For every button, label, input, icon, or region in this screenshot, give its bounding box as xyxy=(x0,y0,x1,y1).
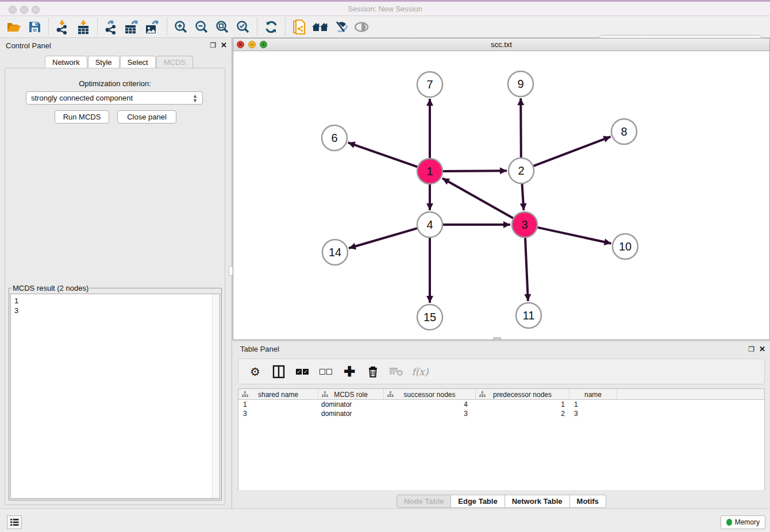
graph-node-label-7: 7 xyxy=(426,78,433,91)
column-header-MCDS-role[interactable]: MCDS role xyxy=(318,389,384,400)
tab-node-table[interactable]: Node Table xyxy=(396,495,451,508)
graph-node-label-8: 8 xyxy=(621,125,627,138)
graph-edge-2-9[interactable] xyxy=(521,98,521,157)
toggle-graphics-details-icon[interactable] xyxy=(330,18,351,36)
table-cell[interactable]: 3 xyxy=(238,409,318,418)
column-header-predecessor-nodes[interactable]: predecessor nodes xyxy=(476,389,569,400)
window-titlebar: Session: New Session xyxy=(0,0,770,16)
table-cell[interactable]: 3 xyxy=(569,409,617,418)
save-session-icon[interactable] xyxy=(24,18,45,36)
list-icon xyxy=(10,518,19,526)
zoom-out-icon[interactable] xyxy=(191,18,212,36)
float-panel-icon[interactable]: ❐ xyxy=(748,345,754,353)
network-window-titlebar[interactable]: ✕ − + scc.txt xyxy=(233,38,769,51)
zoom-selected-icon[interactable] xyxy=(233,18,253,36)
network-canvas-svg[interactable]: 7968124314101511 xyxy=(233,51,769,340)
close-panel-icon[interactable]: ✕ xyxy=(221,41,227,49)
table-row[interactable]: 1dominator411 xyxy=(238,400,764,409)
table-panel: Table Panel ❐ ✕ ⚙ ✓✓ ✚ f(x) xyxy=(233,342,770,508)
graph-node-label-15: 15 xyxy=(424,311,436,323)
toolbar-separator xyxy=(167,18,167,36)
table-cell[interactable]: 1 xyxy=(476,400,569,409)
table-panel-tabs: Node TableEdge TableNetwork TableMotifs xyxy=(233,495,770,508)
apply-layout-refresh-icon[interactable] xyxy=(261,18,282,36)
graph-node-label-6: 6 xyxy=(331,132,337,144)
toolbar-separator xyxy=(97,18,98,36)
result-scrollbar[interactable] xyxy=(212,294,220,498)
import-table-icon[interactable] xyxy=(73,18,94,36)
table-cell[interactable]: 4 xyxy=(384,400,476,409)
status-bar: Memory xyxy=(0,508,770,532)
mcds-result-groupbox: MCDS result (2 nodes) 13 xyxy=(9,284,222,500)
delete-table-icon-disabled xyxy=(389,364,404,379)
tab-select[interactable]: Select xyxy=(120,56,156,68)
criterion-value: strongly connected component xyxy=(31,94,133,102)
export-network-icon[interactable] xyxy=(101,18,122,36)
frame-resize-handle[interactable] xyxy=(493,337,501,340)
graph-edge-3-10[interactable] xyxy=(538,228,611,244)
task-history-button[interactable] xyxy=(7,515,22,529)
mcds-result-textarea[interactable]: 13 xyxy=(10,294,220,499)
table-cell[interactable]: 1 xyxy=(238,400,318,409)
show-column-icon[interactable] xyxy=(271,364,286,379)
import-network-icon[interactable] xyxy=(52,18,73,36)
mcds-result-line: 1 xyxy=(14,296,216,306)
table-cell[interactable]: 3 xyxy=(384,409,476,418)
application-window: Session: New Session xyxy=(0,0,770,532)
memory-button[interactable]: Memory xyxy=(721,515,765,529)
graph-edge-2-8[interactable] xyxy=(534,137,611,166)
criterion-select[interactable]: strongly connected component ▲▼ xyxy=(26,91,203,105)
table-panel-title: Table Panel xyxy=(240,345,279,353)
table-row[interactable]: 3dominator323 xyxy=(238,409,764,418)
control-panel: Control Panel ❐ ✕ NetworkStyleSelectMCDS… xyxy=(0,38,232,508)
graph-node-label-14: 14 xyxy=(329,246,341,259)
tab-motifs[interactable]: Motifs xyxy=(570,495,606,508)
float-panel-icon[interactable]: ❐ xyxy=(210,41,216,49)
home-networks-icon[interactable] xyxy=(310,18,330,36)
zoom-in-icon[interactable] xyxy=(171,18,191,36)
eye-hidden-icon[interactable] xyxy=(351,18,372,36)
table-cell[interactable]: 1 xyxy=(569,400,617,409)
close-panel-icon[interactable]: ✕ xyxy=(759,345,765,353)
column-header-successor-nodes[interactable]: successor nodes xyxy=(384,389,476,400)
table-cell[interactable]: dominator xyxy=(318,400,384,409)
column-header-name[interactable]: name xyxy=(569,389,617,400)
graph-edge-1-2[interactable] xyxy=(443,171,507,171)
graph-edge-3-11[interactable] xyxy=(525,238,528,301)
graph-edge-3-1[interactable] xyxy=(442,178,513,218)
tab-network-table[interactable]: Network Table xyxy=(505,495,570,508)
add-column-icon[interactable]: ✚ xyxy=(342,364,357,379)
graph-edge-1-6[interactable] xyxy=(348,142,418,167)
mcds-result-line: 3 xyxy=(14,306,216,315)
main-toolbar xyxy=(0,16,770,38)
tab-style[interactable]: Style xyxy=(88,56,120,68)
tab-network[interactable]: Network xyxy=(45,56,87,68)
toolbar-separator xyxy=(48,18,49,36)
table-settings-gear-icon[interactable]: ⚙ xyxy=(248,364,263,379)
zoom-fit-icon[interactable] xyxy=(212,18,233,36)
table-cell[interactable]: dominator xyxy=(318,409,384,418)
toolbar-separator xyxy=(257,18,257,36)
delete-column-trash-icon[interactable] xyxy=(365,364,380,379)
table-cell[interactable]: 2 xyxy=(476,409,569,418)
toolbar-separator xyxy=(285,18,286,36)
close-panel-button[interactable]: Close panel xyxy=(117,110,176,124)
export-table-icon[interactable] xyxy=(122,18,143,36)
graph-edge-2-3[interactable] xyxy=(522,184,524,210)
open-session-icon[interactable] xyxy=(3,18,24,36)
memory-status-icon xyxy=(726,519,732,526)
mcds-result-title: MCDS result (2 nodes) xyxy=(11,284,90,292)
select-stepper-icon: ▲▼ xyxy=(192,94,198,103)
network-view-window: ✕ − + scc.txt 7968124314101511 xyxy=(233,38,770,340)
tab-mcds[interactable]: MCDS xyxy=(156,56,193,68)
graph-node-label-11: 11 xyxy=(523,309,535,322)
column-header-shared-name[interactable]: shared name xyxy=(238,389,318,400)
network-file-icon[interactable] xyxy=(289,18,310,36)
graph-edge-4-14[interactable] xyxy=(349,228,417,248)
export-image-icon[interactable] xyxy=(143,18,163,36)
graph-node-label-4: 4 xyxy=(426,218,433,231)
deselect-all-columns-icon[interactable] xyxy=(318,364,333,379)
tab-edge-table[interactable]: Edge Table xyxy=(451,495,505,508)
run-mcds-button[interactable]: Run MCDS xyxy=(55,110,109,124)
select-all-columns-icon[interactable]: ✓✓ xyxy=(295,364,310,379)
